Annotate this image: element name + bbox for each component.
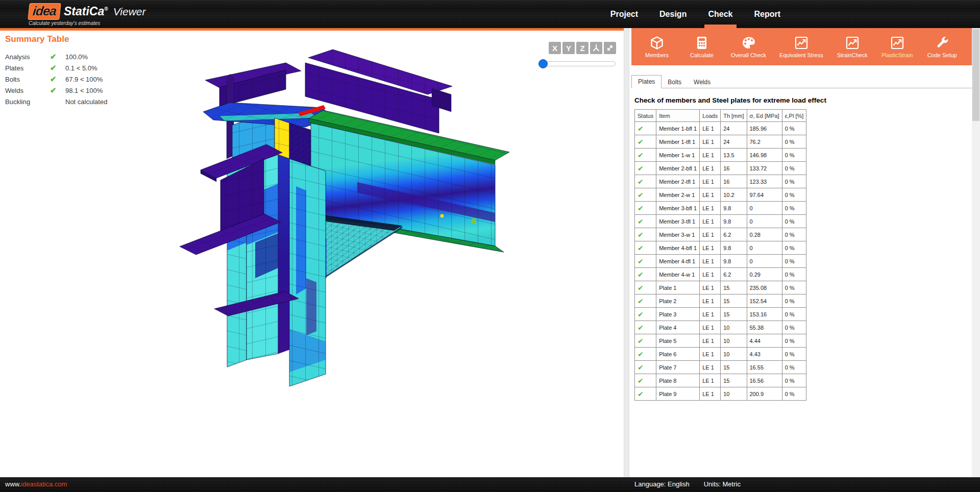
toolbar-item-plasticstrain[interactable]: PlasticStrain [875, 28, 920, 65]
nav-item-check[interactable]: Check [697, 0, 743, 28]
cell-th: 10 [721, 387, 747, 401]
table-row[interactable]: ✔ Plate 8 LE 1 15 16.56 0 % [635, 374, 806, 387]
table-row[interactable]: ✔ Member 2-tfl 1 LE 1 16 123.33 0 % [635, 175, 806, 188]
cell-eps: 0 % [782, 175, 806, 188]
nav-item-report[interactable]: Report [743, 0, 791, 28]
plastic-strain-chart-icon [890, 36, 904, 50]
status-check-icon: ✔ [635, 321, 656, 334]
right-panel-scrollbar[interactable] [972, 28, 980, 477]
cell-loads: LE 1 [700, 122, 721, 135]
table-row[interactable]: ✔ Plate 1 LE 1 15 235.08 0 % [635, 281, 806, 294]
zoom-slider-handle[interactable] [538, 59, 548, 68]
table-row[interactable]: ✔ Plate 2 LE 1 15 152.54 0 % [635, 294, 806, 308]
cell-item: Plate 7 [656, 361, 700, 374]
axonometry-button[interactable] [590, 42, 602, 54]
status-check-icon: ✔ [635, 334, 656, 348]
units-setting[interactable]: Units: Metric [704, 480, 741, 488]
table-row[interactable]: ✔ Plate 3 LE 1 15 153.16 0 % [635, 308, 806, 321]
cell-th: 15 [721, 281, 747, 294]
website-link[interactable]: www.ideastatica.com [5, 480, 67, 488]
cell-sigma: 97.64 [747, 188, 782, 202]
toolbar-label: Code Setup [927, 52, 957, 58]
cell-eps: 0 % [782, 162, 806, 175]
cell-sigma: 0 [747, 255, 782, 268]
status-check-icon: ✔ [635, 202, 656, 215]
table-header-row: Status Item Loads Th [mm] σ, Ed [MPa] ε,… [635, 110, 806, 122]
app-logo: idea StatiCa® Viewer Calculate yesterday… [29, 3, 145, 26]
toolbar-item-overall-check[interactable]: Overall Check [724, 28, 773, 65]
cell-sigma: 0.28 [747, 228, 782, 241]
table-row[interactable]: ✔ Plate 6 LE 1 10 4.43 0 % [635, 348, 806, 361]
cell-th: 15 [721, 294, 747, 308]
table-row[interactable]: ✔ Member 1-w 1 LE 1 13.5 146.98 0 % [635, 149, 806, 162]
zoom-slider-track[interactable] [539, 61, 616, 66]
toolbar-item-equivalent-stress[interactable]: Equivalent Stress [773, 28, 830, 65]
table-row[interactable]: ✔ Member 4-w 1 LE 1 6.2 0.29 0 % [635, 268, 806, 281]
table-row[interactable]: ✔ Plate 4 LE 1 10 55.38 0 % [635, 321, 806, 334]
table-row[interactable]: ✔ Member 2-bfl 1 LE 1 16 133.72 0 % [635, 162, 806, 175]
view-x-button[interactable]: X [549, 42, 561, 54]
table-row[interactable]: ✔ Member 3-bfl 1 LE 1 9.8 0 0 % [635, 202, 806, 215]
cell-th: 15 [721, 308, 747, 321]
status-check-icon: ✔ [635, 188, 656, 202]
zoom-slider[interactable] [539, 60, 616, 67]
cell-sigma: 16.55 [747, 361, 782, 374]
status-check-icon: ✔ [635, 162, 656, 175]
cell-item: Plate 3 [656, 308, 700, 321]
table-row[interactable]: ✔ Member 4-bfl 1 LE 1 9.8 0 0 % [635, 241, 806, 255]
nav-item-project[interactable]: Project [600, 0, 649, 28]
cell-sigma: 76.2 [747, 135, 782, 149]
table-row[interactable]: ✔ Member 3-tfl 1 LE 1 9.8 0 0 % [635, 215, 806, 228]
toolbar-item-code-setup[interactable]: Code Setup [920, 28, 965, 65]
cell-item: Member 1-w 1 [656, 149, 700, 162]
cell-th: 13.5 [721, 149, 747, 162]
status-check-icon: ✔ [635, 387, 656, 401]
table-row[interactable]: ✔ Member 1-tfl 1 LE 1 24 76.2 0 % [635, 135, 806, 149]
cell-th: 15 [721, 361, 747, 374]
scrollbar-thumb[interactable] [972, 29, 979, 121]
tab-bolts[interactable]: Bolts [662, 76, 688, 88]
tab-plates[interactable]: Plates [631, 75, 662, 88]
cell-sigma: 146.98 [747, 149, 782, 162]
status-check-icon: ✔ [635, 175, 656, 188]
toolbar-item-straincheck[interactable]: StrainCheck [830, 28, 875, 65]
cell-sigma: 16.56 [747, 374, 782, 387]
table-row[interactable]: ✔ Member 3-w 1 LE 1 6.2 0.28 0 % [635, 228, 806, 241]
idea-logo-box: idea [28, 3, 61, 20]
cell-loads: LE 1 [700, 268, 721, 281]
cell-eps: 0 % [782, 149, 806, 162]
cell-item: Member 1-tfl 1 [656, 135, 700, 149]
check-panel: Members Calculate Overall Check Equivale… [629, 28, 980, 477]
cell-eps: 0 % [782, 294, 806, 308]
table-row[interactable]: ✔ Plate 9 LE 1 10 200.9 0 % [635, 387, 806, 401]
cell-loads: LE 1 [700, 255, 721, 268]
fe-model-3d-view[interactable] [0, 31, 624, 477]
table-row[interactable]: ✔ Plate 5 LE 1 10 4.44 0 % [635, 334, 806, 348]
cell-th: 16 [721, 162, 747, 175]
cell-item: Plate 5 [656, 334, 700, 348]
cell-sigma: 152.54 [747, 294, 782, 308]
cell-eps: 0 % [782, 241, 806, 255]
toolbar-label: Equivalent Stress [779, 52, 823, 58]
cell-item: Member 2-tfl 1 [656, 175, 700, 188]
table-row[interactable]: ✔ Member 4-tfl 1 LE 1 9.8 0 0 % [635, 255, 806, 268]
cell-loads: LE 1 [700, 348, 721, 361]
view-z-button[interactable]: Z [576, 42, 589, 54]
cell-eps: 0 % [782, 361, 806, 374]
cell-sigma: 185.96 [747, 122, 782, 135]
cell-item: Member 3-bfl 1 [656, 202, 700, 215]
tab-welds[interactable]: Welds [688, 76, 717, 88]
cell-sigma: 4.43 [747, 348, 782, 361]
nav-item-design[interactable]: Design [649, 0, 697, 28]
toolbar-item-calculate[interactable]: Calculate [679, 28, 724, 65]
view-y-button[interactable]: Y [562, 42, 575, 54]
panel-splitter[interactable] [624, 28, 629, 477]
language-setting[interactable]: Language: English [634, 480, 690, 488]
zoom-fit-button[interactable] [604, 42, 616, 54]
col-header-loads: Loads [700, 110, 721, 122]
table-row[interactable]: ✔ Member 1-bfl 1 LE 1 24 185.96 0 % [635, 122, 806, 135]
toolbar-item-members[interactable]: Members [634, 28, 679, 65]
table-row[interactable]: ✔ Plate 7 LE 1 15 16.55 0 % [635, 361, 806, 374]
cell-th: 24 [721, 122, 747, 135]
table-row[interactable]: ✔ Member 2-w 1 LE 1 10.2 97.64 0 % [635, 188, 806, 202]
